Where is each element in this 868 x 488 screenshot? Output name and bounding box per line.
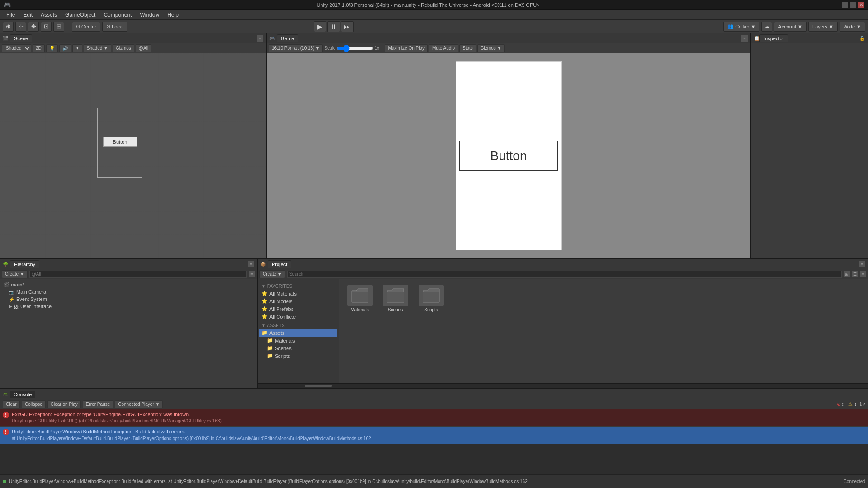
collab-button[interactable]: 👥 Collab ▼ [723,22,760,32]
menu-edit[interactable]: Edit [19,11,36,19]
scene-tab[interactable]: Scene [10,34,32,42]
stats-button[interactable]: Stats [459,44,476,52]
center-pivot-button[interactable]: ⊙ Center [72,22,100,32]
clear-button[interactable]: Clear [3,400,20,408]
scenes-label: Scenes [388,307,403,312]
hand-tool-button[interactable]: ⊕ [3,22,14,32]
menu-component[interactable]: Component [100,11,135,19]
project-scenes-folder[interactable]: 📁 Scenes [259,344,337,352]
play-button[interactable]: ▶ [314,21,326,32]
game-collapse-button[interactable]: ≡ [741,35,748,42]
project-scrollbar-thumb[interactable] [305,385,332,387]
clear-on-play-button[interactable]: Clear on Play [47,400,81,408]
menu-window[interactable]: Window [136,11,163,19]
project-all-models[interactable]: ⭐ All Models [259,297,337,305]
cloud-button[interactable]: ☁ [761,22,772,32]
inspector-tab-bar: 📋 Inspector 🔒 [751,33,868,43]
project-scrollbar[interactable] [258,383,868,388]
hierarchy-item-userinterface[interactable]: ▶ 🖼 User Interface [2,303,255,310]
console-tab[interactable]: Console [10,391,35,398]
asset-materials[interactable]: Materials [343,283,377,314]
project-tab-bar: 📦 Project ≡ [258,259,868,269]
hierarchy-toolbar: Create ▼ ≡ [0,269,257,279]
project-all-prefabs[interactable]: ⭐ All Prefabs [259,305,337,313]
game-viewport[interactable]: Button [267,53,750,258]
hierarchy-options-button[interactable]: ≡ [249,271,255,277]
console-content: ! ExitGUIException: Exception of type 'U… [0,409,868,474]
move-tool-button[interactable]: ⊹ [15,22,26,32]
resolution-button[interactable]: 16:10 Portrait (10:16) ▼ [269,44,323,52]
game-gizmos-button[interactable]: Gizmos ▼ [477,44,505,52]
project-options-3[interactable]: ≡ [860,271,866,277]
hierarchy-create-button[interactable]: Create ▼ [2,270,28,278]
project-search-input[interactable] [287,271,842,278]
hierarchy-tab[interactable]: Hierarchy [10,260,39,268]
minimize-button[interactable]: — [842,2,848,8]
audio-button[interactable]: 🔊 [59,44,71,52]
scenes-thumb [383,285,408,306]
gizmos-button[interactable]: Gizmos [113,44,134,52]
scale-tool-button[interactable]: ⊡ [41,22,52,32]
project-assets-root[interactable]: 📁 Assets [259,329,337,337]
window-title: Unity 2017.1.0f3 Personal (64bit) - main… [14,2,842,8]
account-button[interactable]: Account ▼ [774,22,807,32]
rotate-tool-button[interactable]: ✥ [28,22,39,32]
inspector-tab[interactable]: Inspector [760,34,788,42]
game-tab[interactable]: Game [277,34,298,42]
toolbar-separator-1 [68,22,68,31]
scene-grid[interactable]: Button [0,53,266,258]
error-pause-button[interactable]: Error Pause [83,400,113,408]
shaded-dropdown[interactable]: Shaded ▼ [84,44,111,52]
menu-gameobject[interactable]: GameObject [61,11,99,19]
project-options-1[interactable]: ⊞ [844,271,850,277]
scene-filter[interactable]: @All [136,44,151,52]
gizmos-label: Gizmos [116,46,131,51]
local-global-button[interactable]: ⊛ Local [102,22,127,32]
assets-grid: Materials Scenes [343,283,864,314]
main-camera-label: Main Camera [16,289,46,295]
menu-assets[interactable]: Assets [37,11,61,19]
layout-button[interactable]: Wide ▼ [840,22,865,32]
menu-help[interactable]: Help [164,11,182,19]
hierarchy-item-maincamera[interactable]: 📷 Main Camera [2,288,255,296]
hierarchy-item-main[interactable]: 🎬 main* [2,281,255,288]
project-collapse-button[interactable]: ≡ [859,261,865,267]
console-entry-2[interactable]: ! UnityEditor.BuildPlayerWindow+BuildMet… [0,427,868,444]
project-options-2[interactable]: ☰ [852,271,858,277]
connected-player-button[interactable]: Connected Player ▼ [115,400,163,408]
scene-viewport[interactable]: Button [0,53,266,258]
project-all-conflicte[interactable]: ⭐ All Conflicte [259,313,337,320]
project-all-materials[interactable]: ⭐ All Materials [259,290,337,297]
layers-button[interactable]: Layers ▼ [808,22,838,32]
maximize-on-play-button[interactable]: Maximize On Play [385,44,428,52]
project-create-button[interactable]: Create ▼ [259,270,285,278]
scene-button-element[interactable]: Button [103,137,137,147]
shaded-select[interactable]: Shaded [2,44,31,52]
close-button[interactable]: ✕ [858,2,864,8]
inspector-lock-button[interactable]: 🔒 [859,35,865,42]
step-button[interactable]: ⏭ [341,21,354,32]
maximize-button[interactable]: □ [850,2,856,8]
pause-button[interactable]: ⏸ [327,21,340,32]
rect-tool-button[interactable]: ⊞ [53,22,64,32]
hierarchy-search-input[interactable] [29,271,247,278]
console-entry-1[interactable]: ! ExitGUIException: Exception of type 'U… [0,409,868,427]
lighting-button[interactable]: 💡 [46,44,58,52]
scene-collapse-button[interactable]: ≡ [257,35,263,42]
project-scripts-folder[interactable]: 📁 Scripts [259,352,337,360]
menu-file[interactable]: File [3,11,19,19]
fx-button[interactable]: ✦ [72,44,82,52]
2d-button[interactable]: 2D [33,44,45,52]
asset-scripts[interactable]: Scripts [414,283,448,314]
scale-slider[interactable] [337,45,373,52]
project-materials-folder[interactable]: 📁 Materials [259,337,337,344]
collapse-button[interactable]: Collapse [22,400,46,408]
hierarchy-collapse-button[interactable]: ≡ [248,261,254,267]
asset-scenes[interactable]: Scenes [378,283,412,314]
resolution-arrow: ▼ [316,46,320,51]
project-tab[interactable]: Project [268,260,291,268]
warn-count-value: 0 [854,402,856,407]
hierarchy-item-eventsystem[interactable]: ⚡ Event System [2,296,255,303]
mute-audio-button[interactable]: Mute Audio [429,44,458,52]
error-icon-1: ! [3,412,9,418]
